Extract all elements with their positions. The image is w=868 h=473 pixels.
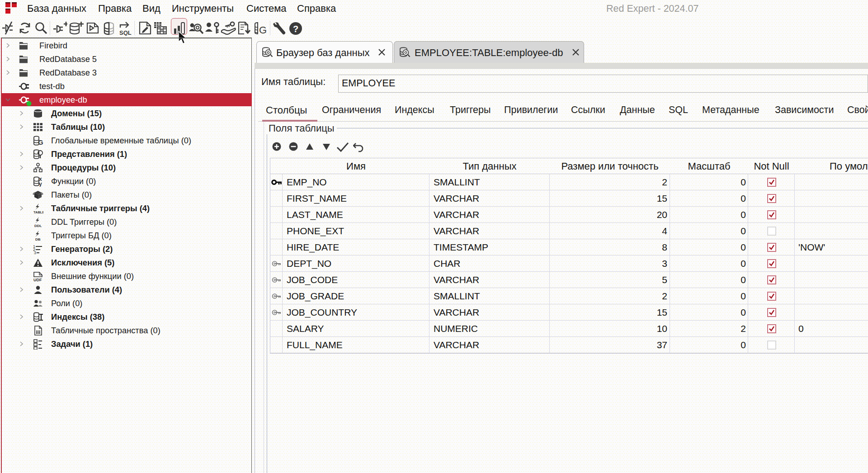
svg-text:DDL: DDL [34,224,42,227]
svg-text:G: G [38,138,43,146]
svg-text:y: y [39,181,42,187]
svg-text:3: 3 [34,251,36,255]
svg-text:?: ? [293,24,298,34]
svg-text:DB: DB [35,237,41,241]
svg-text:G: G [259,24,267,36]
svg-text:UDF: UDF [33,278,42,282]
svg-text:SQL: SQL [119,29,132,36]
svg-text:TABLE: TABLE [33,210,43,214]
